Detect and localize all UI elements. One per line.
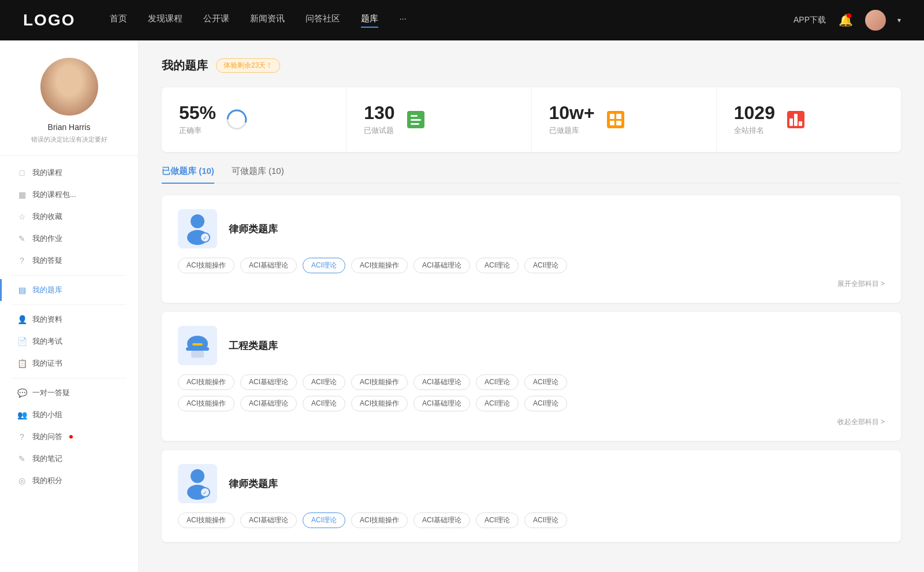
- global-rank-label: 全站排名: [734, 125, 775, 136]
- tag-1-4[interactable]: ACI技能操作: [351, 258, 408, 273]
- tag-2-r2-2[interactable]: ACI基础理论: [240, 396, 297, 411]
- tag-3-1[interactable]: ACI技能操作: [178, 512, 234, 528]
- cert-icon: 📋: [17, 359, 27, 368]
- qbank-card-2: 工程类题库 ACI技能操作 ACI基础理论 ACI理论 ACI技能操作 ACI基…: [162, 312, 901, 441]
- sidebar-divider-1: [12, 275, 126, 276]
- main-content: 我的题库 体验剩余23天！ 55% 正确率: [139, 40, 924, 572]
- stat-accuracy: 55% 正确率: [162, 87, 346, 152]
- tag-2-r2-7[interactable]: ACI理论: [524, 396, 567, 411]
- sidebar-item-my-exam[interactable]: 📄 我的考试: [0, 330, 138, 352]
- qbank-card-1-footer: 展开全部科目 >: [178, 279, 885, 289]
- tag-2-3[interactable]: ACI理论: [303, 374, 345, 390]
- done-banks-icon: [604, 108, 627, 131]
- tag-1-2[interactable]: ACI基础理论: [240, 258, 297, 273]
- tag-2-1[interactable]: ACI技能操作: [178, 374, 234, 390]
- tag-2-7[interactable]: ACI理论: [524, 374, 567, 390]
- lawyer-icon-2: ✓: [183, 468, 212, 500]
- expand-button-1[interactable]: 展开全部科目 >: [837, 279, 885, 289]
- sidebar-item-my-profile[interactable]: 👤 我的资料: [0, 309, 138, 330]
- avatar-chevron-icon[interactable]: ▾: [897, 16, 901, 24]
- navbar-right: APP下载 🔔 ▾: [793, 10, 901, 31]
- nav-links: 首页 发现课程 公开课 新闻资讯 问答社区 题库 ···: [110, 13, 793, 28]
- stat-done-banks: 10w+ 已做题库: [532, 87, 717, 152]
- tag-2-5[interactable]: ACI基础理论: [413, 374, 470, 390]
- avatar[interactable]: [865, 10, 886, 31]
- sidebar-item-my-courses[interactable]: □ 我的课程: [0, 162, 138, 184]
- tag-1-5[interactable]: ACI基础理论: [413, 258, 470, 273]
- qbank-card-1-header: ✓ 律师类题库: [178, 209, 885, 248]
- collapse-button-2[interactable]: 收起全部科目 >: [837, 417, 885, 427]
- sidebar-item-my-group[interactable]: 👥 我的小组: [0, 404, 138, 426]
- nav-home[interactable]: 首页: [110, 13, 127, 28]
- tab-done-banks[interactable]: 已做题库 (10): [162, 166, 214, 183]
- sidebar-item-favorites-label: 我的收藏: [32, 211, 62, 222]
- list-green-icon: [407, 111, 424, 128]
- sidebar-item-one-on-one[interactable]: 💬 一对一答疑: [0, 382, 138, 404]
- tag-2-r2-6[interactable]: ACI理论: [476, 396, 519, 411]
- done-questions-label: 已做试题: [364, 125, 394, 136]
- nav-discover[interactable]: 发现课程: [148, 13, 182, 28]
- sidebar-item-my-cert[interactable]: 📋 我的证书: [0, 352, 138, 374]
- sidebar-item-my-questions[interactable]: ? 我的问答: [0, 426, 138, 448]
- tag-2-2[interactable]: ACI基础理论: [240, 374, 297, 390]
- tag-3-4[interactable]: ACI技能操作: [351, 512, 408, 528]
- sidebar: Brian Harris 错误的决定比没有决定要好 □ 我的课程 ▦ 我的课程包…: [0, 40, 139, 572]
- qbank-card-1: ✓ 律师类题库 ACI技能操作 ACI基础理论 ACI理论 ACI技能操作 AC…: [162, 195, 901, 303]
- notification-bell[interactable]: 🔔: [837, 12, 854, 28]
- nav-qa[interactable]: 问答社区: [305, 13, 340, 28]
- done-questions-value: 130: [364, 103, 394, 122]
- tag-3-3[interactable]: ACI理论: [303, 512, 345, 528]
- logo[interactable]: LOGO: [23, 11, 75, 29]
- tag-3-6[interactable]: ACI理论: [476, 512, 519, 528]
- pie-chart-icon: [226, 109, 247, 130]
- tabs-row: 已做题库 (10) 可做题库 (10): [162, 166, 901, 184]
- sidebar-item-course-packages[interactable]: ▦ 我的课程包...: [0, 184, 138, 206]
- avatar-image: [865, 10, 886, 31]
- nav-news[interactable]: 新闻资讯: [250, 13, 285, 28]
- stat-done-questions: 130 已做试题: [346, 87, 531, 152]
- tag-2-r2-5[interactable]: ACI基础理论: [413, 396, 470, 411]
- qbank-card-1-tags: ACI技能操作 ACI基础理论 ACI理论 ACI技能操作 ACI基础理论 AC…: [178, 258, 885, 273]
- sidebar-item-my-qa[interactable]: ? 我的答疑: [0, 250, 138, 272]
- tag-1-1[interactable]: ACI技能操作: [178, 258, 234, 273]
- nav-open-course[interactable]: 公开课: [203, 13, 229, 28]
- tag-3-2[interactable]: ACI基础理论: [240, 512, 297, 528]
- tag-2-6[interactable]: ACI理论: [476, 374, 519, 390]
- page-wrap: Brian Harris 错误的决定比没有决定要好 □ 我的课程 ▦ 我的课程包…: [0, 40, 924, 572]
- qbank-card-2-title: 工程类题库: [229, 339, 278, 352]
- tag-2-r2-3[interactable]: ACI理论: [303, 396, 345, 411]
- sidebar-item-homework[interactable]: ✎ 我的作业: [0, 228, 138, 250]
- sidebar-item-my-qbank[interactable]: ▤ 我的题库: [0, 279, 138, 301]
- bar-icon: ▦: [17, 190, 27, 199]
- tag-1-7[interactable]: ACI理论: [524, 258, 567, 273]
- qbank-card-1-avatar: ✓: [178, 209, 217, 248]
- sidebar-item-my-notes[interactable]: ✎ 我的笔记: [0, 448, 138, 470]
- tag-3-7[interactable]: ACI理论: [524, 512, 567, 528]
- sidebar-item-favorites[interactable]: ☆ 我的收藏: [0, 206, 138, 228]
- qbank-card-2-footer: 收起全部科目 >: [178, 417, 885, 427]
- tag-3-5[interactable]: ACI基础理论: [413, 512, 470, 528]
- tag-1-3[interactable]: ACI理论: [303, 258, 345, 273]
- tag-2-4[interactable]: ACI技能操作: [351, 374, 408, 390]
- qbank-card-3-tags: ACI技能操作 ACI基础理论 ACI理论 ACI技能操作 ACI基础理论 AC…: [178, 512, 885, 528]
- tab-available-banks[interactable]: 可做题库 (10): [232, 166, 284, 183]
- page-title: 我的题库: [162, 58, 208, 73]
- qbank-card-3-avatar: ✓: [178, 464, 217, 503]
- sidebar-item-one-on-one-label: 一对一答疑: [32, 388, 70, 398]
- qbank-card-3-title: 律师类题库: [229, 477, 278, 491]
- qbank-card-1-title: 律师类题库: [229, 222, 278, 236]
- question-icon: ?: [17, 256, 27, 265]
- tag-1-6[interactable]: ACI理论: [476, 258, 519, 273]
- qbank-card-2-tags-row1: ACI技能操作 ACI基础理论 ACI理论 ACI技能操作 ACI基础理论 AC…: [178, 374, 885, 390]
- qbank-card-2-tags-row2: ACI技能操作 ACI基础理论 ACI理论 ACI技能操作 ACI基础理论 AC…: [178, 396, 885, 411]
- nav-more[interactable]: ···: [399, 13, 407, 28]
- tag-2-r2-1[interactable]: ACI技能操作: [178, 396, 234, 411]
- tag-2-r2-4[interactable]: ACI技能操作: [351, 396, 408, 411]
- bar-red-icon: [787, 111, 804, 128]
- sidebar-item-my-points[interactable]: ◎ 我的积分: [0, 470, 138, 492]
- questions-icon: ?: [17, 432, 27, 441]
- sidebar-item-my-cert-label: 我的证书: [32, 358, 62, 369]
- app-download-link[interactable]: APP下载: [793, 15, 826, 25]
- nav-qbank[interactable]: 题库: [361, 13, 378, 28]
- sidebar-item-homework-label: 我的作业: [32, 233, 62, 244]
